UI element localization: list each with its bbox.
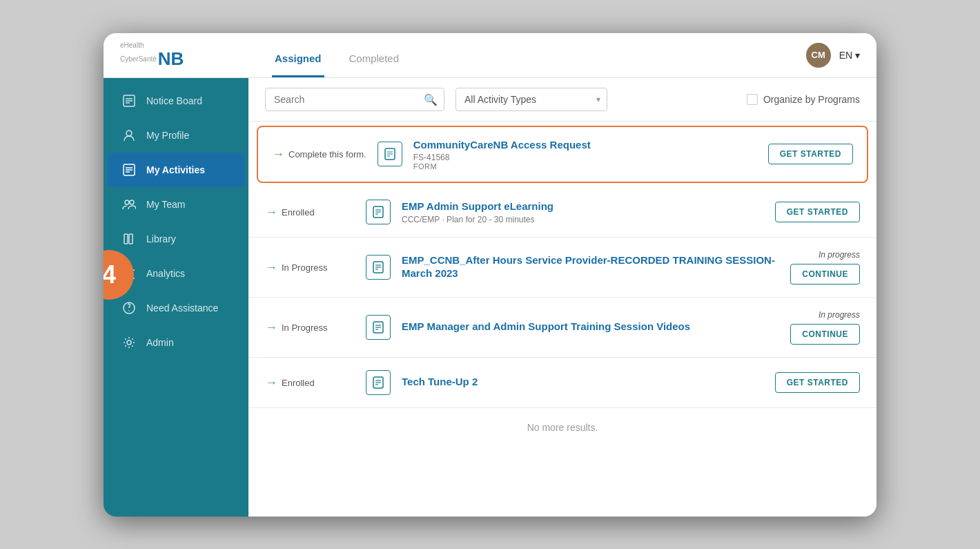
activity-info-1: CommunityCareNB Access Request FS-41568 … <box>413 138 757 171</box>
continue-button-4[interactable]: CONTINUE <box>790 324 860 345</box>
continue-button-3[interactable]: CONTINUE <box>790 264 860 285</box>
sidebar-item-admin[interactable]: Admin <box>108 325 244 360</box>
sidebar-item-library[interactable]: Library <box>108 222 244 256</box>
notice-board-icon <box>121 93 137 108</box>
activity-title-2: EMP Admin Support eLearning <box>402 200 764 213</box>
activity-item-5: → Enrolled Tech Tune-U <box>248 358 876 408</box>
activity-tag-1: FORM <box>413 162 757 171</box>
sidebar-item-notice-board[interactable]: Notice Board <box>108 84 244 118</box>
activity-sub-1: FS-41568 <box>413 153 757 162</box>
activity-item-4: → In Progress EMP Mana <box>248 298 876 358</box>
search-bar: 🔍 All Activity Types ▾ Organize by Progr… <box>248 78 876 122</box>
language-selector[interactable]: EN ▾ <box>839 50 860 61</box>
svg-point-10 <box>130 200 134 204</box>
status-text-5: Enrolled <box>282 378 315 388</box>
sidebar-item-my-profile[interactable]: My Profile <box>108 118 244 153</box>
logo: eHealth CyberSanté NB <box>120 41 258 69</box>
activity-status-4: → In Progress <box>265 320 355 335</box>
activity-item-1: → Complete this form. <box>257 126 868 184</box>
tab-assigned[interactable]: Assigned <box>272 33 324 77</box>
activity-action-2: GET STARTED <box>775 202 860 222</box>
activity-action-4: In progress CONTINUE <box>790 310 860 345</box>
get-started-button-2[interactable]: GET STARTED <box>775 202 860 222</box>
sidebar-label-my-activities: My Activities <box>146 164 205 175</box>
status-text-2: Enrolled <box>282 207 315 218</box>
search-input-wrap: 🔍 <box>265 88 444 111</box>
sidebar-item-my-activities[interactable]: My Activities <box>108 153 244 187</box>
arrow-icon-4: → <box>265 320 277 335</box>
sidebar-label-need-assistance: Need Assistance <box>146 302 218 314</box>
my-team-icon <box>121 197 137 212</box>
my-profile-icon <box>121 128 137 143</box>
sidebar-label-my-team: My Team <box>146 199 186 210</box>
activity-icon-5 <box>366 370 391 395</box>
activity-icon-2 <box>366 200 391 224</box>
svg-point-9 <box>125 200 129 204</box>
sidebar-item-need-assistance[interactable]: Need Assistance <box>108 291 244 325</box>
activity-info-5: Tech Tune-Up 2 <box>402 375 764 390</box>
activity-info-4: EMP Manager and Admin Support Training S… <box>402 320 779 335</box>
avatar: CM <box>806 43 831 68</box>
activity-action-1: GET STARTED <box>768 144 853 164</box>
activity-title-1: CommunityCareNB Access Request <box>413 138 757 152</box>
status-text-3: In Progress <box>282 262 327 273</box>
activity-icon-3 <box>366 255 391 280</box>
svg-point-4 <box>126 131 132 136</box>
activity-title-4: EMP Manager and Admin Support Training S… <box>402 320 779 334</box>
top-nav: eHealth CyberSanté NB Assigned Completed… <box>104 33 876 78</box>
activity-status-2: → Enrolled <box>265 205 355 220</box>
activity-status-3: → In Progress <box>265 260 355 275</box>
svg-rect-11 <box>124 234 128 244</box>
activity-info-2: EMP Admin Support eLearning CCC/EMP · Pl… <box>402 200 764 224</box>
get-started-button-5[interactable]: GET STARTED <box>775 372 860 393</box>
activity-item-3: → In Progress EMP_CCNB <box>248 238 876 298</box>
sidebar-label-my-profile: My Profile <box>146 130 189 141</box>
activity-title-3: EMP_CCNB_After Hours Service Provider-RE… <box>402 253 779 280</box>
search-input[interactable] <box>265 88 444 111</box>
organize-by-programs: Organize by Programs <box>747 94 860 105</box>
activity-info-3: EMP_CCNB_After Hours Service Provider-RE… <box>402 253 779 282</box>
nav-right: CM EN ▾ <box>806 43 860 68</box>
in-progress-label-3: In progress <box>819 250 860 260</box>
activity-type-wrap: All Activity Types ▾ <box>455 88 607 111</box>
arrow-icon-1: → <box>272 147 284 162</box>
logo-line2: CyberSanté <box>120 55 157 63</box>
activity-list: → Complete this form. <box>248 122 876 517</box>
arrow-icon-2: → <box>265 205 277 220</box>
activity-status-5: → Enrolled <box>265 376 355 390</box>
sidebar-label-notice-board: Notice Board <box>146 95 202 106</box>
sidebar-item-my-team[interactable]: My Team <box>108 187 244 222</box>
activity-sub-2: CCC/EMP · Plan for 20 - 30 minutes <box>402 215 764 224</box>
arrow-icon-3: → <box>265 260 277 275</box>
sidebar-label-library: Library <box>146 233 176 244</box>
activity-action-3: In progress CONTINUE <box>790 250 860 285</box>
arrow-icon-5: → <box>265 376 277 390</box>
logo-nb: NB <box>158 49 184 69</box>
status-text-1: Complete this form. <box>288 149 366 160</box>
get-started-button-1[interactable]: GET STARTED <box>768 144 853 164</box>
tab-completed[interactable]: Completed <box>346 33 402 77</box>
activity-icon-1 <box>378 142 402 166</box>
content-area: 🔍 All Activity Types ▾ Organize by Progr… <box>248 78 876 517</box>
sidebar: Notice Board My Profile <box>104 78 248 517</box>
admin-icon <box>121 335 137 350</box>
activity-item-2: → Enrolled EMP Admin S <box>248 187 876 238</box>
svg-rect-12 <box>129 234 133 244</box>
activity-action-5: GET STARTED <box>775 372 860 393</box>
library-icon <box>121 231 137 247</box>
search-icon: 🔍 <box>424 93 438 106</box>
my-activities-icon <box>121 162 137 177</box>
activity-icon-4 <box>366 315 391 340</box>
nav-tabs: Assigned Completed <box>258 33 806 77</box>
svg-point-16 <box>127 340 131 345</box>
in-progress-label-4: In progress <box>819 310 860 320</box>
svg-point-15 <box>128 310 130 311</box>
sidebar-label-analytics: Analytics <box>146 268 185 279</box>
status-text-4: In Progress <box>282 322 327 333</box>
activity-status-1: → Complete this form. <box>272 147 366 162</box>
no-more-results: No more results. <box>248 408 876 447</box>
sidebar-label-admin: Admin <box>146 337 174 348</box>
activity-type-select[interactable]: All Activity Types <box>455 88 607 111</box>
organize-checkbox[interactable] <box>747 94 758 105</box>
activity-title-5: Tech Tune-Up 2 <box>402 375 764 389</box>
